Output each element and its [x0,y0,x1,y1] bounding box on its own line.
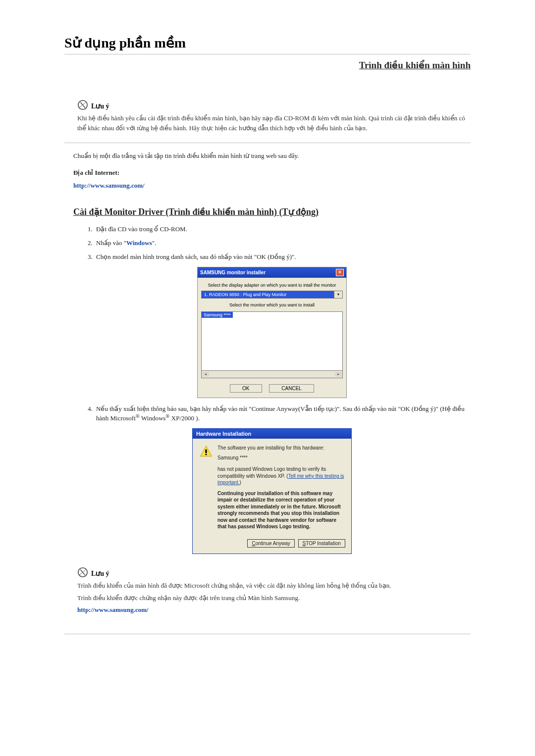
monitor-driver-link[interactable]: Trình điều khiển màn hình [359,60,471,70]
note-box-2: Lưu ý Trình điều khiển của màn hình đã đ… [64,565,471,614]
monitor-list[interactable]: Samsung **** [201,311,343,371]
scroll-right-icon[interactable]: ▸ [335,372,342,377]
divider [64,143,471,143]
steps-list-2: Nếu thấy xuất hiện thông báo sau, bạn hã… [73,405,471,422]
warning-icon [200,445,213,457]
note-head-2: Lưu ý [77,567,471,578]
adapter-dropdown[interactable]: 1. RADEON 9550 : Plug and Play Monitor ▾ [201,291,343,299]
step-4-r2: ® [165,413,169,419]
samsung-link-2[interactable]: http://www.samsung.com/ [77,606,149,614]
install-driver-heading: Cài đặt Monitor Driver (Trình điều khiển… [73,206,471,217]
list-hscrollbar[interactable]: ◂ ▸ [201,371,343,378]
document-page: Sử dụng phần mềm Trình điều khiển màn hì… [0,0,535,669]
installer-body: Select the display adapter on which you … [198,278,346,398]
hardware-dialog-screenshot: Hardware Installation The software you a… [73,428,471,554]
ok-button[interactable]: OK [230,384,262,393]
svg-rect-1 [205,450,207,453]
list-item[interactable]: Samsung **** [202,312,233,318]
step-1: Đặt đĩa CD vào trong ổ CD-ROM. [94,225,471,233]
note-head: Lưu ý [77,100,466,110]
steps-list: Đặt đĩa CD vào trong ổ CD-ROM. Nhấp vào … [73,225,471,261]
step-4-e: XP/2000 ). [170,414,200,422]
step-3: Chọn model màn hình trong danh sách, sau… [94,253,471,261]
page-title: Sử dụng phần mềm [64,35,471,51]
note-label: Lưu ý [91,102,109,110]
note-text: Khi hệ điều hành yêu cầu cài đặt trình đ… [77,113,466,133]
installer-buttons: OK CANCEL [201,384,343,393]
scroll-left-icon[interactable]: ◂ [202,372,209,377]
installer-window: SAMSUNG monitor installer × Select the d… [197,267,347,398]
hw-line1: The software you are installing for this… [217,445,344,452]
hardware-dialog-text: The software you are installing for this… [217,445,344,530]
divider [64,54,471,54]
hardware-dialog-body: The software you are installing for this… [193,439,351,536]
header-link-row: Trình điều khiển màn hình [64,59,471,71]
installer-screenshot: SAMSUNG monitor installer × Select the d… [73,267,471,398]
hw-line3b: ) [239,480,241,485]
step-4-c: Windows [140,414,165,422]
internet-label: Địa chỉ Internet: [73,169,471,177]
note-icon [77,100,88,110]
step-2-post: ". [152,239,157,247]
step-4-r1: ® [136,413,140,419]
samsung-link[interactable]: http://www.samsung.com/ [73,182,145,189]
continue-anyway-button[interactable]: CContinue Anywayontinue Anyway [247,539,294,548]
hardware-dialog-buttons: CContinue Anywayontinue Anyway STOP Inst… [193,536,351,554]
svg-rect-2 [205,454,207,455]
step-2-windows: Windows [126,239,152,247]
installer-title-text: SAMSUNG monitor installer [200,270,266,275]
note2-line1: Trình điều khiển của màn hình đã được Mi… [77,581,471,591]
note-label-2: Lưu ý [91,569,109,578]
note2-line2: Trình điều khiển được chứng nhận này đượ… [77,593,471,603]
installer-caption-1: Select the display adapter on which you … [201,283,343,288]
close-icon[interactable]: × [336,269,344,276]
divider-bottom [64,634,471,634]
adapter-selected: 1. RADEON 9550 : Plug and Play Monitor [201,291,334,299]
hardware-dialog-title: Hardware Installation [193,429,351,439]
step-4: Nếu thấy xuất hiện thông báo sau, bạn hã… [94,405,471,422]
hw-bold: Continuing your installation of this sof… [217,490,344,530]
installer-titlebar: SAMSUNG monitor installer × [198,267,346,278]
hw-line2: Samsung **** [217,454,344,461]
installer-caption-2: Select the monitor which you want to ins… [201,302,343,307]
hw-line3: has not passed Windows Logo testing to v… [217,466,344,486]
stop-installation-button[interactable]: STOP InstallationSTOP Installation [298,539,345,548]
section-body: Chuẩn bị một đĩa trắng và tải tập tin tr… [64,152,471,554]
hardware-dialog: Hardware Installation The software you a… [192,428,352,554]
chevron-down-icon[interactable]: ▾ [334,291,343,299]
step-2-pre: Nhấp vào " [96,239,126,247]
prep-text: Chuẩn bị một đĩa trắng và tải tập tin tr… [73,152,471,160]
note-icon [77,567,88,578]
step-2: Nhấp vào "Windows". [94,239,471,247]
cancel-button[interactable]: CANCEL [269,384,314,393]
note-box-1: Lưu ý Khi hệ điều hành yêu cầu cài đặt t… [64,91,471,141]
